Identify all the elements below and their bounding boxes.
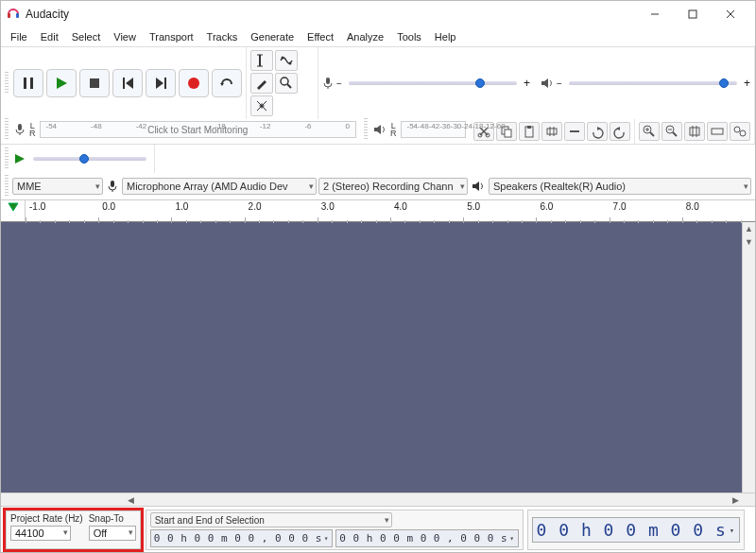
svg-rect-37 (527, 126, 531, 129)
zoom-out-button[interactable] (662, 122, 682, 141)
toolbar-grip[interactable] (5, 118, 9, 141)
skip-end-button[interactable] (146, 69, 176, 97)
ruler-tick-label: 3.0 (321, 201, 335, 212)
vertical-scrollbar[interactable]: ▲ ▼ (742, 222, 755, 493)
snap-to-select[interactable]: Off (89, 526, 136, 541)
svg-line-45 (650, 132, 654, 136)
project-rate-select[interactable]: 44100 (10, 526, 71, 541)
svg-marker-12 (156, 78, 163, 89)
paste-button[interactable] (519, 122, 540, 141)
zoom-toolbar (635, 119, 755, 144)
window-close-button[interactable] (712, 1, 749, 27)
playback-device-select[interactable]: Speakers (Realtek(R) Audio) (489, 178, 751, 195)
play-speed-slider[interactable] (33, 157, 146, 161)
menu-transport[interactable]: Transport (144, 29, 199, 44)
redo-icon (612, 124, 627, 139)
window-maximize-button[interactable] (674, 1, 712, 27)
recording-device-select[interactable]: Microphone Array (AMD Audio Dev (122, 178, 317, 195)
menu-file[interactable]: File (5, 29, 33, 44)
play-volume-slider[interactable] (569, 81, 737, 85)
lr-label: LR (29, 122, 36, 137)
ibeam-icon (254, 53, 269, 68)
window-minimize-button[interactable] (636, 1, 674, 27)
zoom-fit-button[interactable] (707, 122, 728, 141)
trim-button[interactable] (541, 122, 562, 141)
stop-button[interactable] (79, 69, 110, 97)
zoom-sel-button[interactable] (684, 122, 705, 141)
project-rate-panel: Project Rate (Hz) 44100 Snap-To Off (6, 510, 141, 549)
svg-rect-10 (123, 78, 125, 89)
speaker-icon (373, 124, 387, 135)
menu-tracks[interactable]: Tracks (201, 29, 244, 44)
svg-rect-26 (326, 78, 330, 84)
selection-start-field[interactable]: 0 0 h 0 0 m 0 0 , 0 0 0 s▾ (150, 529, 333, 547)
rec-volume-slider[interactable] (349, 81, 517, 85)
skip-end-icon (152, 75, 169, 92)
menu-select[interactable]: Select (66, 29, 107, 44)
recording-meter[interactable]: -54-48-42-18-12-60 Click to Start Monito… (40, 121, 357, 138)
svg-rect-13 (164, 78, 166, 89)
ruler-pin-area[interactable] (1, 200, 26, 221)
multi-tool-button[interactable] (250, 95, 273, 116)
svg-marker-60 (472, 181, 479, 191)
silence-button[interactable] (564, 122, 585, 141)
horizontal-scrollbar[interactable]: ◀ ▶ (1, 493, 755, 506)
ruler-tick-label: 8.0 (686, 201, 699, 212)
playback-meter[interactable]: -54-48-42-36-30-24-18-12-60 (401, 121, 467, 138)
ruler-tick-label: 5.0 (467, 201, 480, 212)
redo-button[interactable] (610, 122, 630, 141)
menu-generate[interactable]: Generate (245, 29, 300, 44)
recording-channels-select[interactable]: 2 (Stereo) Recording Chann (318, 178, 468, 195)
meters-row: LR -54-48-42-18-12-60 Click to Start Mon… (1, 119, 755, 144)
selection-mode-select[interactable]: Start and End of Selection (150, 512, 392, 527)
undo-button[interactable] (587, 122, 608, 141)
svg-rect-38 (547, 129, 557, 134)
tracks-canvas[interactable] (1, 222, 742, 493)
toolbar-grip[interactable] (5, 147, 9, 170)
zoom-tool-button[interactable] (275, 73, 298, 94)
svg-rect-1 (16, 13, 19, 18)
svg-marker-11 (126, 78, 133, 89)
ruler-tick-label: 1.0 (175, 201, 188, 212)
play-at-speed-button[interactable] (13, 152, 26, 165)
envelope-icon (279, 53, 294, 68)
svg-rect-3 (689, 10, 696, 18)
menu-tools[interactable]: Tools (391, 29, 427, 44)
zoom-in-button[interactable] (639, 122, 660, 141)
svg-rect-9 (90, 78, 99, 88)
toolbar-grip[interactable] (5, 175, 9, 198)
svg-marker-8 (57, 78, 67, 89)
audio-host-select[interactable]: MME (12, 178, 103, 195)
svg-point-56 (740, 130, 746, 136)
toolbar-grip[interactable] (5, 72, 9, 95)
toolbar-grip[interactable] (364, 118, 368, 141)
play-button[interactable] (46, 69, 77, 97)
transport-toolbar (1, 47, 247, 119)
pause-button[interactable] (13, 69, 43, 97)
loop-button[interactable] (212, 69, 242, 97)
ibeam-tool-button[interactable] (250, 50, 273, 71)
draw-tool-button[interactable] (250, 73, 273, 94)
svg-point-20 (289, 62, 292, 65)
menu-help[interactable]: Help (429, 29, 462, 44)
skip-start-button[interactable] (112, 69, 143, 97)
envelope-tool-button[interactable] (275, 50, 298, 71)
record-button[interactable] (179, 69, 209, 97)
zoom-toggle-button[interactable] (730, 122, 750, 141)
menu-edit[interactable]: Edit (35, 29, 64, 44)
trim-icon (544, 124, 559, 139)
ruler-tick-label: 6.0 (540, 201, 553, 212)
menu-view[interactable]: View (108, 29, 142, 44)
audio-position-field[interactable]: 0 0 h 0 0 m 0 0 s▾ (532, 517, 741, 543)
svg-rect-0 (8, 13, 10, 18)
selection-end-field[interactable]: 0 0 h 0 0 m 0 0 , 0 0 0 s▾ (335, 529, 518, 547)
menu-effect[interactable]: Effect (301, 29, 339, 44)
timeline-ruler[interactable]: -1.00.01.02.03.04.05.06.07.08.09.0 (1, 199, 755, 222)
ruler-tick-label: 0.0 (102, 201, 115, 212)
paste-icon (522, 124, 537, 139)
svg-rect-7 (30, 78, 33, 89)
svg-point-19 (282, 57, 284, 60)
selection-panel: Start and End of Selection 0 0 h 0 0 m 0… (146, 510, 524, 550)
window-title: Audacity (26, 8, 636, 21)
menu-analyze[interactable]: Analyze (341, 29, 389, 44)
